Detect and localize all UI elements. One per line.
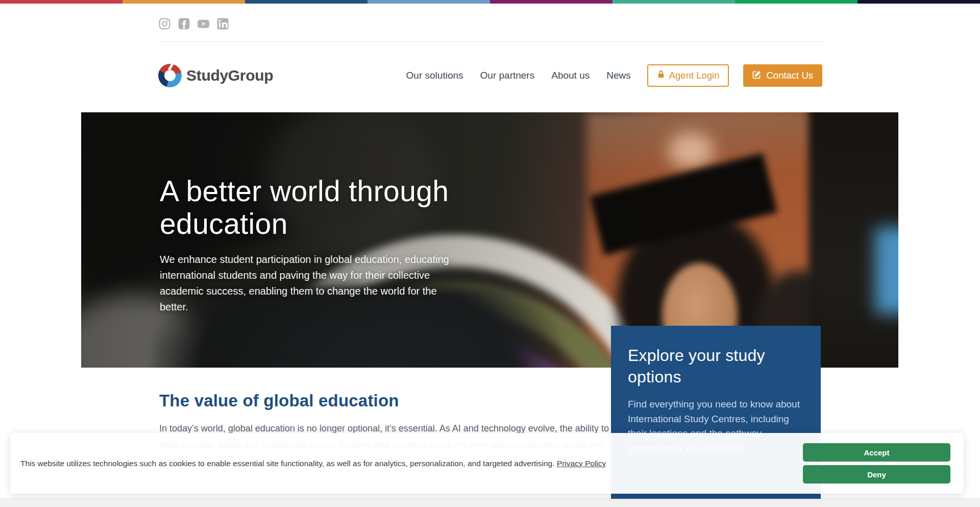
- stripe-segment: [612, 0, 735, 4]
- studygroup-logo[interactable]: StudyGroup: [158, 64, 273, 87]
- brand-stripe: [0, 0, 980, 4]
- stripe-segment: [735, 0, 857, 4]
- agent-login-label: Agent Login: [669, 70, 720, 81]
- page-bottom-strip: [0, 498, 980, 507]
- accept-button[interactable]: Accept: [803, 443, 950, 462]
- value-section-title: The value of global education: [159, 391, 619, 411]
- facebook-icon[interactable]: [178, 17, 190, 30]
- edit-icon: [752, 70, 762, 82]
- stripe-segment: [368, 0, 490, 4]
- header: StudyGroup Our solutions Our partners Ab…: [158, 58, 822, 93]
- nav-news[interactable]: News: [606, 70, 631, 81]
- social-links: [158, 17, 229, 30]
- privacy-policy-link[interactable]: Privacy Policy: [557, 459, 606, 468]
- linkedin-icon[interactable]: [216, 17, 229, 30]
- stripe-segment: [245, 0, 368, 4]
- studygroup-logo-icon: [158, 64, 182, 87]
- nav-about-us[interactable]: About us: [551, 70, 590, 81]
- cookie-message: This website utilizes technologies such …: [20, 458, 803, 469]
- instagram-icon[interactable]: [158, 17, 171, 30]
- studygroup-logo-text: StudyGroup: [186, 67, 273, 84]
- study-card-title: Explore your study options: [628, 345, 806, 388]
- hero-description: We enhance student participation in glob…: [160, 252, 466, 315]
- cookie-consent-banner: This website utilizes technologies such …: [10, 433, 964, 494]
- contact-us-label: Contact Us: [766, 70, 813, 81]
- main-nav: Our solutions Our partners About us News: [406, 70, 631, 81]
- contact-us-button[interactable]: Contact Us: [743, 64, 822, 87]
- youtube-icon[interactable]: [197, 17, 210, 30]
- nav-our-partners[interactable]: Our partners: [480, 70, 535, 81]
- stripe-segment: [122, 0, 245, 4]
- nav-our-solutions[interactable]: Our solutions: [406, 70, 463, 81]
- hero-text-block: A better world through education We enha…: [160, 175, 486, 315]
- deny-button[interactable]: Deny: [803, 465, 950, 484]
- stripe-segment: [490, 0, 612, 4]
- page: StudyGroup Our solutions Our partners Ab…: [0, 0, 980, 507]
- agent-login-button[interactable]: Agent Login: [647, 64, 729, 87]
- stripe-segment: [0, 0, 122, 4]
- lock-icon: [657, 70, 665, 81]
- cookie-message-text: This website utilizes technologies such …: [20, 459, 557, 468]
- cookie-buttons: Accept Deny: [803, 443, 950, 484]
- stripe-segment: [857, 0, 980, 4]
- header-divider: [158, 41, 822, 42]
- hero-title: A better world through education: [160, 175, 476, 240]
